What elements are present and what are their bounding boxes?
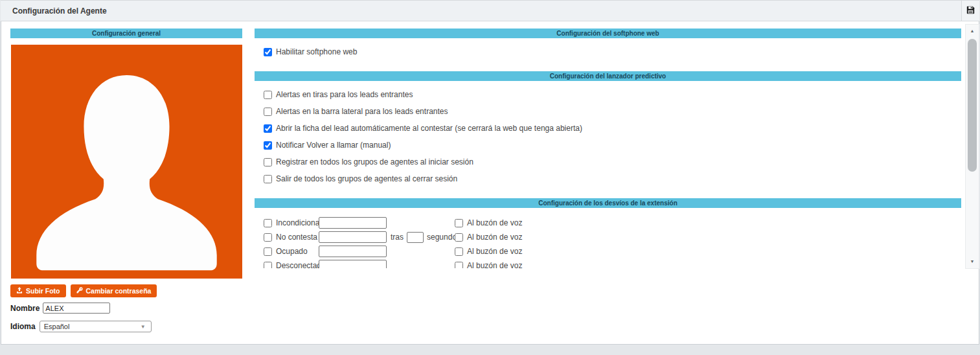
upload-photo-button[interactable]: Subir Foto	[10, 284, 66, 297]
save-icon	[966, 5, 975, 17]
section-header-predictive: Configuración del lanzador predictivo	[255, 71, 961, 81]
option-alertas-barra-lateral: Alertas en la barra lateral para los lea…	[264, 107, 448, 116]
vertical-scrollbar[interactable]: ▲ ▼	[965, 24, 979, 269]
habilitar-softphone-checkbox[interactable]	[264, 48, 272, 56]
option-salir-grupos: Salir de todos los grupos de agentes al …	[264, 174, 457, 183]
no-contesta-seconds-input[interactable]	[407, 232, 424, 243]
alertas-barra-lateral-checkbox[interactable]	[264, 108, 272, 116]
key-icon	[76, 287, 83, 295]
desconectado-checkbox[interactable]	[264, 262, 272, 269]
option-habilitar-softphone: Habilitar softphone web	[264, 47, 357, 56]
language-field-row: Idioma Español ▼	[10, 321, 152, 332]
chevron-down-icon: ▼	[141, 322, 146, 332]
settings-scroll-area: Configuración del softphone web Habilita…	[255, 24, 961, 268]
save-button[interactable]	[961, 0, 979, 21]
ocupado-checkbox[interactable]	[264, 247, 272, 256]
ocupado-number-input[interactable]	[319, 246, 387, 257]
abrir-ficha-lead-checkbox[interactable]	[264, 124, 272, 133]
incondicional-checkbox[interactable]	[264, 219, 272, 227]
incondicional-voicemail-group: Al buzón de voz	[455, 218, 522, 227]
name-input[interactable]	[43, 303, 110, 314]
profile-buttons: Subir Foto Cambiar contraseña	[10, 284, 157, 297]
no-contesta-voicemail-checkbox[interactable]	[455, 233, 463, 242]
section-header-general: Configuración general	[10, 29, 242, 38]
name-field-row: Nombre	[10, 303, 110, 314]
no-contesta-number-input[interactable]	[319, 231, 387, 243]
change-password-button[interactable]: Cambiar contraseña	[71, 284, 157, 297]
forward-row-desconectado: Desconectado Al buzón de voz	[264, 260, 950, 268]
section-header-forwarding: Configuración de los desvíos de la exten…	[255, 198, 961, 208]
scroll-up-arrow-icon[interactable]: ▲	[966, 26, 979, 36]
language-selected-value: Español	[44, 323, 70, 330]
page-title: Configuración del Agente	[12, 1, 107, 22]
page-header: Configuración del Agente	[1, 0, 961, 21]
option-notificar-volver-llamar: Notificar Volver a llamar (manual)	[264, 141, 391, 150]
desconectado-number-input[interactable]	[319, 260, 387, 268]
desconectado-voicemail-group: Al buzón de voz	[455, 261, 522, 268]
incondicional-voicemail-checkbox[interactable]	[455, 219, 463, 227]
alertas-tiras-checkbox[interactable]	[264, 91, 272, 99]
person-silhouette-icon	[11, 45, 242, 279]
profile-photo-placeholder	[11, 45, 242, 279]
language-label: Idioma	[10, 322, 36, 331]
forward-row-ocupado: Ocupado Al buzón de voz	[264, 246, 950, 257]
desconectado-voicemail-checkbox[interactable]	[455, 262, 463, 269]
no-contesta-voicemail-group: Al buzón de voz	[455, 233, 522, 242]
salir-grupos-checkbox[interactable]	[264, 175, 272, 183]
option-alertas-tiras: Alertas en tiras para los leads entrante…	[264, 90, 413, 99]
no-contesta-seconds-group: tras segundos	[391, 232, 461, 243]
scroll-down-arrow-icon[interactable]: ▼	[966, 257, 979, 267]
registrar-grupos-checkbox[interactable]	[264, 158, 272, 166]
language-select[interactable]: Español ▼	[40, 321, 152, 332]
notificar-volver-llamar-checkbox[interactable]	[264, 141, 272, 150]
incondicional-number-input[interactable]	[319, 217, 387, 229]
forward-row-no-contesta: No contesta tras segundos Al buzón de vo…	[264, 231, 950, 243]
section-header-softphone: Configuración del softphone web	[255, 29, 961, 38]
upload-icon	[16, 287, 23, 295]
scrollbar-thumb[interactable]	[968, 39, 977, 172]
no-contesta-checkbox[interactable]	[264, 233, 272, 242]
forward-row-incondicional: Incondicional Al buzón de voz	[264, 217, 950, 229]
option-registrar-grupos: Registrar en todos los grupos de agentes…	[264, 157, 473, 166]
ocupado-voicemail-checkbox[interactable]	[455, 247, 463, 256]
ocupado-voicemail-group: Al buzón de voz	[455, 247, 522, 256]
name-label: Nombre	[10, 304, 40, 313]
option-abrir-ficha-lead: Abrir la ficha del lead automáticamente …	[264, 124, 582, 133]
